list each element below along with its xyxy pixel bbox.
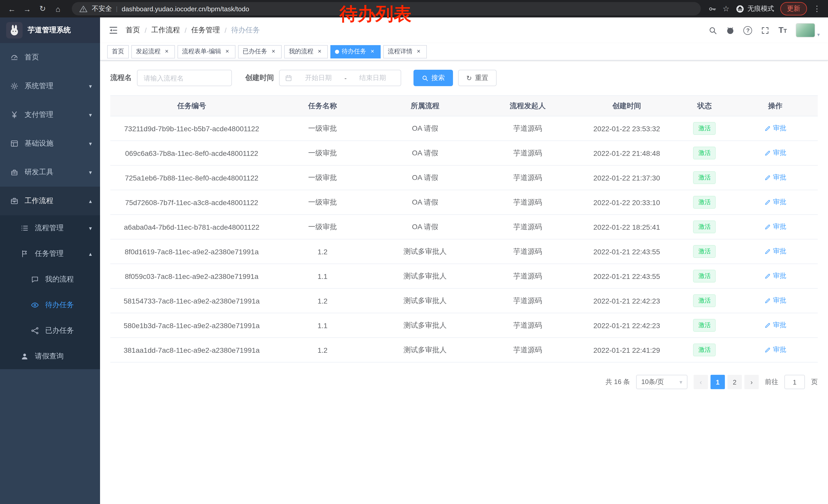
approve-button[interactable]: 审批 (764, 173, 786, 182)
edit-pencil-icon (764, 322, 771, 329)
status-cell: 激活 (676, 116, 733, 141)
annotation-overlay: 待办列表 (340, 2, 411, 26)
sidebar-item-done-tasks[interactable]: 已办任务 (0, 318, 100, 343)
sidebar-item-workflow[interactable]: 工作流程 ▴ (0, 187, 100, 215)
table-row: 8f059c03-7ac8-11ec-a9e2-a2380e71991a 1.1… (110, 264, 818, 288)
app-logo[interactable]: 芋道管理系统 (0, 17, 100, 43)
start-date-placeholder: 开始日期 (295, 73, 341, 83)
approve-button[interactable]: 审批 (764, 148, 786, 158)
infrastructure-icon (10, 139, 18, 148)
sidebar-item-process-mgmt[interactable]: 流程管理 ▾ (0, 215, 100, 241)
task-name-cell: 1.1 (273, 264, 372, 288)
user-avatar-menu[interactable]: ▾ (796, 23, 820, 37)
tab-my-process[interactable]: 我的流程 × (284, 45, 328, 58)
bookmark-star-icon[interactable]: ☆ (722, 4, 730, 13)
approve-button[interactable]: 审批 (764, 296, 786, 305)
search-icon[interactable] (709, 26, 717, 35)
status-cell: 激活 (676, 264, 733, 288)
menu-fold-icon[interactable] (108, 25, 119, 35)
approve-button[interactable]: 审批 (764, 345, 786, 355)
sidebar-item-todo-tasks[interactable]: 待办任务 (0, 292, 100, 318)
browser-forward-button[interactable]: → (20, 2, 34, 15)
help-icon[interactable]: ? (744, 26, 752, 35)
process-name-input[interactable] (137, 70, 232, 86)
edit-pencil-icon (764, 199, 771, 205)
close-icon[interactable]: × (163, 48, 170, 55)
create-time-cell: 2022-01-21 22:43:55 (577, 239, 676, 264)
sidebar-item-dev-tools[interactable]: 研发工具 ▾ (0, 158, 100, 187)
search-button[interactable]: 搜索 (413, 70, 453, 86)
approve-button[interactable]: 审批 (764, 222, 786, 231)
page-1-button[interactable]: 1 (710, 375, 725, 389)
chat-bubble-icon (31, 275, 39, 283)
tab-form-edit[interactable]: 流程表单-编辑 × (177, 45, 236, 58)
action-cell: 审批 (733, 264, 818, 288)
sidebar: 芋道管理系统 首页 系统管理 ▾ 支付管理 ▾ (0, 17, 100, 504)
create-time-cell: 2022-01-22 23:53:32 (577, 116, 676, 141)
sidebar-item-leave-query[interactable]: 请假查询 (0, 343, 100, 369)
chevron-down-icon: ▾ (89, 83, 92, 89)
col-starter: 流程发起人 (478, 96, 577, 116)
browser-reload-button[interactable]: ↻ (36, 2, 49, 15)
browser-home-button[interactable]: ⌂ (51, 2, 65, 15)
sidebar-item-system-mgmt[interactable]: 系统管理 ▾ (0, 72, 100, 100)
browser-menu-icon[interactable]: ⋮ (813, 4, 821, 13)
sidebar-item-my-process[interactable]: 我的流程 (0, 267, 100, 292)
approve-button[interactable]: 审批 (764, 272, 786, 281)
status-badge: 激活 (693, 147, 716, 159)
tab-home[interactable]: 首页 (107, 45, 129, 58)
sidebar-item-payment-mgmt[interactable]: 支付管理 ▾ (0, 100, 100, 129)
approve-button[interactable]: 审批 (764, 198, 786, 207)
breadcrumb-task-mgmt[interactable]: 任务管理 (191, 26, 220, 35)
close-icon[interactable]: × (224, 48, 231, 55)
process-cell: OA 请假 (372, 165, 478, 190)
date-range-picker[interactable]: 开始日期 - 结束日期 (279, 70, 401, 86)
breadcrumb-workflow[interactable]: 工作流程 (151, 26, 180, 35)
status-badge: 激活 (693, 245, 716, 258)
table-row: 580e1b3d-7ac8-11ec-a9e2-a2380e71991a 1.1… (110, 313, 818, 338)
browser-back-button[interactable]: ← (5, 2, 18, 15)
page-size-select[interactable]: 10条/页 ▾ (636, 375, 688, 389)
chevron-down-icon: ▾ (817, 32, 820, 37)
reset-button[interactable]: ↻ 重置 (458, 70, 497, 86)
tab-process-detail[interactable]: 流程详情 × (383, 45, 427, 58)
sidebar-item-task-mgmt[interactable]: 任务管理 ▴ (0, 241, 100, 267)
avatar[interactable] (796, 23, 815, 37)
chevron-up-icon: ▴ (89, 250, 92, 257)
breadcrumb: 首页 / 工作流程 / 任务管理 / 待办任务 (126, 26, 260, 35)
sidebar-item-home[interactable]: 首页 (0, 43, 100, 72)
tab-todo-tasks[interactable]: 待办任务 × (330, 45, 381, 58)
approve-button[interactable]: 审批 (764, 124, 786, 133)
close-icon[interactable]: × (369, 48, 376, 55)
github-icon[interactable] (726, 26, 735, 35)
table-header-row: 任务编号 任务名称 所属流程 流程发起人 创建时间 状态 操作 (110, 96, 818, 116)
approve-button[interactable]: 审批 (764, 247, 786, 256)
starter-cell: 芋道源码 (478, 215, 577, 239)
close-icon[interactable]: × (270, 48, 277, 55)
goto-page-input[interactable] (784, 375, 805, 389)
browser-update-button[interactable]: 更新 (780, 2, 807, 15)
col-task-name: 任务名称 (273, 96, 372, 116)
process-cell: 测试多审批人 (372, 264, 478, 288)
action-cell: 审批 (733, 313, 818, 338)
todo-task-table: 任务编号 任务名称 所属流程 流程发起人 创建时间 状态 操作 73211d9d… (110, 95, 818, 363)
tab-done-tasks[interactable]: 已办任务 × (238, 45, 282, 58)
tab-start-process[interactable]: 发起流程 × (131, 45, 175, 58)
breadcrumb-home[interactable]: 首页 (126, 26, 140, 35)
close-icon[interactable]: × (316, 48, 323, 55)
close-icon[interactable]: × (415, 48, 422, 55)
fullscreen-icon[interactable] (761, 26, 770, 35)
font-size-icon[interactable]: TT (779, 26, 787, 35)
next-page-button[interactable]: › (744, 375, 759, 389)
chevron-up-icon: ▴ (89, 198, 92, 204)
page-2-button[interactable]: 2 (728, 375, 742, 389)
starter-cell: 芋道源码 (478, 190, 577, 215)
sidebar-item-infrastructure[interactable]: 基础设施 ▾ (0, 129, 100, 158)
password-key-icon[interactable] (708, 4, 716, 13)
task-name-cell: 1.2 (273, 288, 372, 313)
status-cell: 激活 (676, 338, 733, 362)
task-name-cell: 一级审批 (273, 141, 372, 165)
status-cell: 激活 (676, 239, 733, 264)
prev-page-button[interactable]: ‹ (694, 375, 708, 389)
approve-button[interactable]: 审批 (764, 321, 786, 330)
